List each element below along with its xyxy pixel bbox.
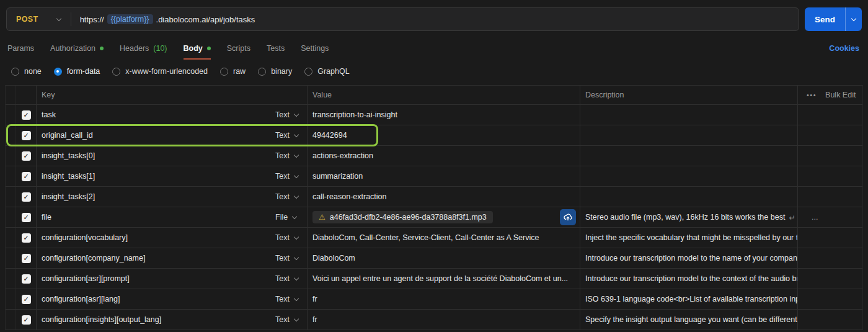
tab-authorization[interactable]: Authorization [50,37,104,60]
send-options-button[interactable] [846,7,862,31]
radio-selected-icon[interactable] [54,68,62,76]
select-all-cell[interactable] [16,86,37,104]
tab-scripts[interactable]: Scripts [227,37,250,60]
url-input[interactable]: https:// {{platform}} .diabolocom.ai/api… [71,14,264,24]
type-select[interactable]: Text [267,105,308,125]
row-checkbox[interactable]: ✓ [22,315,31,325]
key-cell[interactable]: configuration[asr][prompt] [37,269,267,289]
description-cell[interactable] [580,166,798,186]
method-selector[interactable]: POST [7,8,71,30]
tab-body[interactable]: Body [184,37,211,60]
value-cell[interactable]: fr [308,310,580,330]
cookies-link[interactable]: Cookies [829,37,859,60]
row-more-options[interactable]: ... [803,213,818,222]
key-cell[interactable]: configuration[asr][lang] [37,289,267,309]
send-button[interactable]: Send [805,7,862,31]
table-row[interactable]: ✓ file File ⚠ a46fad3d-dfb2-4e86-ae96-da… [6,207,862,228]
description-cell[interactable]: ISO 639-1 language code<br>List of avail… [580,289,798,309]
table-row[interactable]: ✓ configuration[asr][lang] Text fr ISO 6… [6,289,862,310]
key-cell[interactable]: configuration[insights][output_lang] [37,310,267,330]
type-select[interactable]: Text [267,228,308,248]
description-cell[interactable]: Inject the specific vocabulary that migh… [580,228,798,248]
description-cell[interactable] [580,146,798,166]
type-select[interactable]: Text [267,310,308,330]
radio-graphql[interactable]: GraphQL [304,67,349,76]
type-select[interactable]: Text [267,248,308,268]
key-cell[interactable]: task [37,105,267,125]
description-cell[interactable]: Specify the insight output language you … [580,310,798,330]
value-cell[interactable]: transcription-to-ai-insight [308,105,580,125]
radio-icon[interactable] [11,68,19,76]
value-cell[interactable]: actions-extraction [308,146,580,166]
description-cell[interactable] [580,105,798,125]
radio-x-www-form-urlencoded[interactable]: x-www-form-urlencoded [112,67,208,76]
value-cell[interactable]: fr [308,289,580,309]
tab-tests[interactable]: Tests [267,37,285,60]
url-variable-chip[interactable]: {{platform}} [107,14,153,24]
key-cell[interactable]: configuration[vocabulary] [37,228,267,248]
table-row[interactable]: ✓ configuration[vocabulary] Text Diabolo… [6,228,862,248]
gutter-cell [6,86,16,104]
key-cell[interactable]: insight_tasks[2] [37,187,267,207]
description-cell[interactable]: Stereo audio file (mp3, wav), 16kHz 16 b… [580,207,798,227]
value-cell[interactable]: Voici un appel entre un agent de support… [308,269,580,289]
type-select[interactable]: Text [267,166,308,186]
table-row[interactable]: ✓ task Text transcription-to-ai-insight [6,105,862,125]
type-select[interactable]: Text [267,125,308,145]
description-cell[interactable]: Introduce our transcription model to the… [580,269,798,289]
row-checkbox[interactable]: ✓ [22,151,31,161]
radio-none[interactable]: none [11,67,42,76]
type-select[interactable]: Text [267,269,308,289]
type-select[interactable]: Text [267,289,308,309]
row-checkbox[interactable]: ✓ [22,192,31,202]
upload-file-button[interactable] [560,209,576,225]
bulk-edit-control[interactable]: ••• Bulk Edit [798,86,862,104]
type-select[interactable]: File [267,207,308,227]
table-row[interactable]: ✓ original_call_id Text 49442694 [6,125,862,146]
radio-icon[interactable] [258,68,266,76]
table-row[interactable]: ✓ insight_tasks[1] Text summarization [6,166,862,187]
table-row[interactable]: ✓ configuration[company_name] Text Diabo… [6,248,862,269]
row-checkbox[interactable]: ✓ [22,110,31,120]
value-cell[interactable]: DiaboloCom [308,248,580,268]
row-checkbox[interactable]: ✓ [22,254,31,263]
key-cell[interactable]: original_call_id [37,125,267,145]
radio-binary[interactable]: binary [258,67,292,76]
table-row[interactable]: ✓ insight_tasks[0] Text actions-extracti… [6,146,862,166]
value-cell[interactable]: summarization [308,166,580,186]
chevron-down-icon [294,295,299,300]
key-cell[interactable]: insight_tasks[1] [37,166,267,186]
type-select[interactable]: Text [267,146,308,166]
tab-headers[interactable]: Headers (10) [120,37,167,60]
tab-settings[interactable]: Settings [301,37,329,60]
value-cell[interactable]: call-reason-extraction [308,187,580,207]
row-checkbox[interactable]: ✓ [22,233,31,243]
send-button-label[interactable]: Send [805,7,846,31]
table-row[interactable]: ✓ insight_tasks[2] Text call-reason-extr… [6,187,862,207]
tab-params[interactable]: Params [7,37,34,60]
type-select[interactable]: Text [267,187,308,207]
description-cell[interactable] [580,187,798,207]
row-checkbox[interactable]: ✓ [22,274,31,284]
row-checkbox[interactable]: ✓ [22,295,31,304]
row-checkbox[interactable]: ✓ [22,131,31,140]
radio-icon[interactable] [112,68,120,76]
radio-form-data[interactable]: form-data [54,67,100,76]
description-cell[interactable] [580,125,798,145]
file-chip[interactable]: ⚠ a46fad3d-dfb2-4e86-ae96-da3788a8f3f1.m… [312,211,493,223]
key-cell[interactable]: configuration[company_name] [37,248,267,268]
table-row[interactable]: ✓ configuration[insights][output_lang] T… [6,310,862,330]
description-cell[interactable]: Introduce our transcription model to the… [580,248,798,268]
value-cell[interactable]: DiaboloCom, Call-Center, Service-Client,… [308,228,580,248]
radio-icon[interactable] [220,68,228,76]
row-checkbox[interactable]: ✓ [22,213,31,222]
more-options-icon[interactable]: ••• [807,91,817,99]
row-checkbox[interactable]: ✓ [22,172,31,181]
key-cell[interactable]: file [37,207,267,227]
key-cell[interactable]: insight_tasks[0] [37,146,267,166]
radio-raw[interactable]: raw [220,67,246,76]
radio-icon[interactable] [304,68,312,76]
value-cell[interactable]: 49442694 [308,125,580,145]
bulk-edit-label[interactable]: Bulk Edit [825,91,856,99]
table-row[interactable]: ✓ configuration[asr][prompt] Text Voici … [6,269,862,289]
